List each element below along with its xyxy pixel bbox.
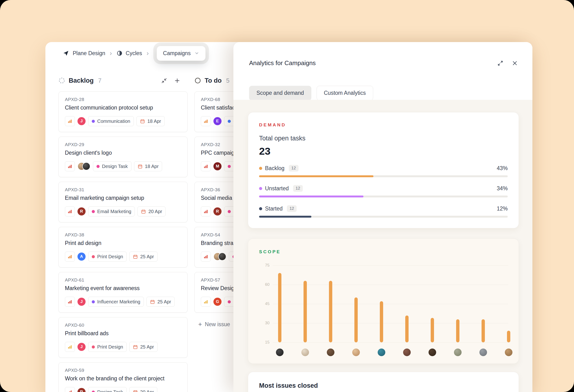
backlog-state-icon — [59, 77, 65, 84]
demand-row-unstarted: Unstarted 12 34% — [259, 185, 508, 197]
tab-label: Custom Analytics — [324, 90, 366, 96]
assignee-avatar[interactable]: M — [213, 162, 222, 170]
assignee-avatars[interactable] — [213, 253, 226, 261]
due-date-text: 25 Apr — [140, 254, 154, 259]
assignee-avatar[interactable]: E — [213, 117, 222, 125]
label-badge[interactable]: Print Design — [88, 252, 127, 262]
priority-badge[interactable] — [201, 206, 211, 216]
progress-track — [259, 216, 508, 218]
tab-custom-analytics[interactable]: Custom Analytics — [317, 86, 373, 100]
state-count-badge: 12 — [293, 185, 303, 192]
state-label: Unstarted — [265, 185, 289, 192]
priority-badge[interactable] — [201, 252, 211, 262]
priority-badge[interactable] — [65, 161, 75, 171]
issue-id: APXD-38 — [65, 232, 181, 237]
issue-card[interactable]: APXD-31 Email marketing campaign setup R… — [59, 182, 187, 222]
cycle-selector-button[interactable]: Campaigns — [157, 46, 205, 61]
due-date-text: 20 Apr — [148, 209, 162, 214]
label-badge[interactable]: Design Task — [88, 387, 127, 392]
expand-panel-button[interactable] — [497, 60, 503, 66]
priority-badge[interactable] — [65, 387, 75, 392]
due-date-badge[interactable]: 25 Apr — [129, 342, 158, 352]
assignee-avatar[interactable]: R — [78, 207, 85, 216]
gridline — [273, 323, 508, 323]
demand-subtitle: Total open tasks — [259, 135, 508, 142]
assignee-avatar[interactable]: G — [213, 298, 222, 306]
issue-card[interactable]: APXD-59 Work on the branding of the clie… — [59, 362, 187, 392]
issue-id: APXD-28 — [65, 97, 181, 102]
assignee-avatar — [403, 349, 411, 356]
label-badge[interactable]: Print Design — [88, 342, 127, 352]
issue-title: Design client's logo — [65, 150, 181, 156]
demand-row-started: Started 12 12% — [259, 205, 508, 218]
issue-card[interactable]: APXD-61 Marketing event for awareness J … — [59, 272, 187, 313]
priority-badge[interactable] — [65, 252, 75, 262]
plane-logo-icon — [62, 50, 69, 57]
progress-fill — [259, 216, 311, 218]
issue-card[interactable]: APXD-38 Print ad design A Print Design 2… — [59, 227, 187, 268]
assignee-avatar — [276, 349, 284, 356]
assignee-avatar[interactable]: J — [78, 343, 85, 351]
scope-bar — [354, 297, 358, 342]
label-badge[interactable]: Design Task — [93, 161, 131, 171]
issue-card[interactable]: APXD-28 Client communication protocol se… — [59, 92, 187, 132]
label-badge[interactable]: Email Marketing — [88, 206, 135, 216]
assignee-avatars[interactable] — [78, 162, 90, 170]
new-issue-label: New issue — [205, 321, 230, 328]
assignee-avatar[interactable]: A — [78, 253, 85, 261]
issue-title: Work on the branding of the client proje… — [65, 375, 181, 382]
assignee-avatar[interactable]: J — [78, 117, 85, 125]
assignee-avatar — [454, 349, 462, 356]
priority-badge[interactable] — [65, 342, 75, 352]
scope-bar — [431, 318, 434, 342]
due-date-text: 25 Apr — [140, 344, 154, 350]
priority-badge[interactable] — [201, 116, 211, 126]
label-text: Print Design — [97, 254, 123, 259]
label-badge[interactable]: Influencer Marketing — [88, 297, 144, 307]
due-date-text: 25 Apr — [157, 299, 171, 305]
state-label: Started — [265, 205, 283, 212]
avatar — [82, 162, 90, 170]
breadcrumb-cycles[interactable]: Cycles — [117, 50, 142, 57]
breadcrumb-project[interactable]: Plane Design — [73, 50, 105, 57]
state-percent: 43% — [497, 165, 508, 172]
calendar-icon — [138, 164, 143, 169]
state-percent: 12% — [497, 205, 508, 212]
scope-bar-chart: 7560453015 — [248, 239, 519, 364]
issue-card[interactable]: APXD-60 Print billboard ads J Print Desi… — [59, 317, 187, 358]
due-date-badge[interactable]: 18 Apr — [136, 116, 165, 126]
y-axis-tick-label: 60 — [248, 282, 269, 287]
column-title: Backlog — [69, 77, 94, 84]
assignee-avatar[interactable]: R — [213, 207, 222, 216]
gridline — [273, 285, 508, 285]
issue-card[interactable]: APXD-29 Design client's logo Design Task… — [59, 137, 187, 177]
backlog-cards: APXD-28 Client communication protocol se… — [59, 92, 187, 392]
assignee-avatar[interactable]: R — [78, 388, 85, 392]
label-text: Print Design — [97, 344, 123, 350]
issue-title: Print billboard ads — [65, 330, 181, 337]
calendar-icon — [141, 209, 146, 214]
scope-bar — [456, 319, 459, 342]
priority-badge[interactable] — [201, 161, 211, 171]
due-date-badge[interactable]: 20 Apr — [137, 206, 166, 216]
chevron-right-icon: › — [147, 50, 149, 57]
tab-scope-and-demand[interactable]: Scope and demand — [249, 86, 311, 100]
label-badge[interactable]: Communication — [88, 116, 134, 126]
due-date-text: 20 Apr — [140, 389, 154, 392]
priority-badge[interactable] — [201, 297, 211, 307]
priority-badge[interactable] — [65, 206, 75, 216]
issue-title: Marketing event for awareness — [65, 285, 181, 292]
due-date-badge[interactable]: 20 Apr — [129, 387, 158, 392]
calendar-icon — [133, 254, 138, 259]
due-date-badge[interactable]: 25 Apr — [146, 297, 175, 307]
label-text: Design Task — [102, 164, 128, 169]
collapse-column-button[interactable] — [161, 78, 167, 84]
priority-badge[interactable] — [65, 297, 75, 307]
priority-badge[interactable] — [65, 116, 75, 126]
close-panel-button[interactable] — [512, 60, 518, 66]
due-date-badge[interactable]: 25 Apr — [129, 252, 158, 262]
due-date-badge[interactable]: 18 Apr — [134, 161, 162, 171]
assignee-avatar[interactable]: J — [78, 298, 85, 306]
add-issue-button[interactable] — [174, 78, 180, 84]
calendar-icon — [133, 345, 138, 350]
